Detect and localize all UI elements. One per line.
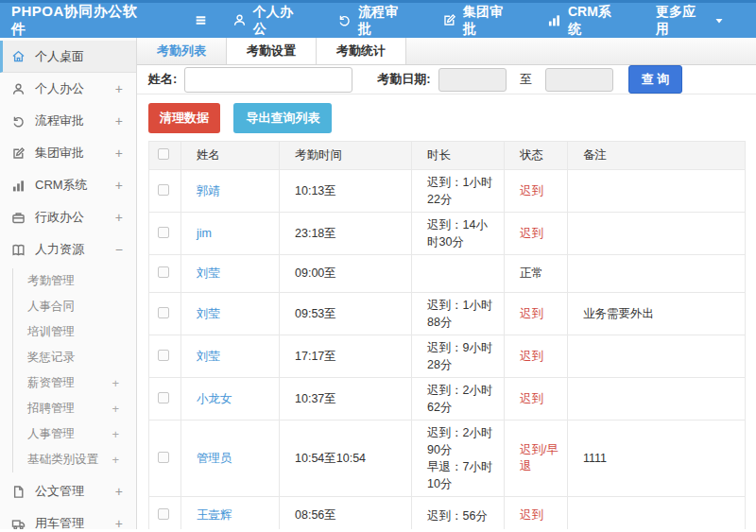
export-list-button[interactable]: 导出查询列表 — [233, 103, 332, 133]
sidebar-subitem-recruitment-mgmt[interactable]: 招聘管理+ — [13, 396, 136, 421]
employee-name-link[interactable]: 小龙女 — [197, 392, 232, 405]
employee-name-cell: 刘莹 — [181, 255, 280, 293]
sidebar-item-admin-office[interactable]: 行政办公+ — [0, 201, 136, 233]
sidebar-item-workflow-approval[interactable]: 流程审批+ — [0, 105, 136, 137]
topnav: 个人办公流程审批集团审批CRM系统更多应用 — [232, 4, 756, 38]
row-checkbox[interactable] — [158, 307, 169, 318]
table-row: 刘莹17:17至迟到：9小时28分迟到 — [149, 335, 746, 378]
col-header-name: 姓名 — [181, 142, 280, 170]
expand-plus-icon: + — [112, 427, 119, 441]
expand-plus-icon: + — [115, 516, 123, 529]
sidebar-subitem-attendance-mgmt[interactable]: 考勤管理 — [13, 268, 136, 294]
employee-name-link[interactable]: jim — [197, 227, 212, 240]
row-checkbox[interactable] — [158, 392, 169, 403]
user-icon — [11, 82, 26, 96]
sidebar-item-label: 人力资源 — [35, 241, 115, 258]
topnav-item-group-approval[interactable]: 集团审批 — [442, 4, 515, 38]
table-row: 小龙女10:37至迟到：2小时62分迟到 — [149, 378, 746, 420]
status-cell: 迟到/早退 — [505, 420, 568, 497]
select-all-checkbox[interactable] — [158, 148, 169, 160]
duration-line: 迟到：1小时88分 — [427, 297, 496, 331]
duration-line: 迟到：2小时62分 — [427, 382, 496, 416]
employee-name-link[interactable]: 刘莹 — [197, 266, 220, 280]
employee-name-link[interactable]: 刘莹 — [197, 350, 220, 363]
note-cell — [568, 213, 746, 255]
tab-attendance-stats[interactable]: 考勤统计 — [317, 38, 406, 64]
duration-line: 迟到：9小时28分 — [427, 339, 496, 373]
table-row: 郭靖10:13至迟到：1小时22分迟到 — [149, 170, 746, 213]
row-checkbox[interactable] — [158, 266, 169, 278]
row-checkbox[interactable] — [158, 227, 169, 238]
sidebar-item-label: 行政办公 — [35, 209, 115, 226]
duration-line: 早退：7小时10分 — [427, 458, 496, 492]
sidebar-item-vehicle-mgmt[interactable]: 用车管理+ — [0, 507, 136, 529]
topnav-item-workflow-approval[interactable]: 流程审批 — [337, 4, 410, 38]
date-to-input[interactable] — [545, 68, 613, 92]
tab-attendance-list[interactable]: 考勤列表 — [137, 38, 227, 64]
sidebar-item-document-mgmt[interactable]: 公文管理+ — [0, 475, 136, 507]
briefcase-icon — [11, 211, 26, 225]
row-checkbox[interactable] — [158, 508, 169, 520]
action-bar: 清理数据 导出查询列表 — [137, 94, 756, 141]
sidebar-item-personal-desktop[interactable]: 个人桌面 — [0, 41, 136, 73]
tab-attendance-settings[interactable]: 考勤设置 — [227, 38, 317, 64]
duration-cell: 迟到：9小时28分 — [412, 335, 505, 378]
row-checkbox[interactable] — [158, 452, 169, 463]
topnav-item-personal-office[interactable]: 个人办公 — [232, 4, 305, 38]
sidebar-subitem-personnel-mgmt[interactable]: 人事管理+ — [13, 421, 136, 447]
sidebar-item-group-approval[interactable]: 集团审批+ — [0, 137, 136, 169]
duration-line: 迟到：14小时30分 — [427, 216, 496, 250]
topnav-item-label: 更多应用 — [656, 4, 708, 38]
sidebar-subitem-label: 人事管理 — [27, 426, 112, 442]
user-icon — [232, 13, 247, 27]
sidebar-subitem-base-category-settings[interactable]: 基础类别设置+ — [13, 447, 136, 472]
row-checkbox[interactable] — [158, 184, 169, 196]
topnav-item-crm-system[interactable]: CRM系统 — [547, 4, 624, 38]
sidebar-subitem-reward-punishment-records[interactable]: 奖惩记录 — [13, 345, 136, 370]
duration-cell: 迟到：1小时88分 — [412, 293, 505, 335]
row-checkbox-cell — [149, 293, 181, 335]
topnav-item-more-apps[interactable]: 更多应用 — [656, 4, 724, 38]
sidebar-item-label: 个人办公 — [35, 80, 115, 97]
col-header-note: 备注 — [568, 142, 746, 170]
clear-data-button[interactable]: 清理数据 — [148, 103, 220, 133]
employee-name-link[interactable]: 王壹辉 — [197, 508, 232, 522]
name-input[interactable] — [184, 67, 352, 93]
employee-name-link[interactable]: 刘莹 — [197, 307, 220, 320]
topnav-item-label: 集团审批 — [463, 4, 515, 38]
sidebar-subitem-label: 考勤管理 — [27, 273, 119, 289]
sidebar-item-human-resources[interactable]: 人力资源− — [0, 233, 136, 266]
sidebar-toggle-button[interactable] — [194, 13, 208, 27]
sidebar-item-personal-office[interactable]: 个人办公+ — [0, 73, 136, 105]
sidebar-item-label: 个人桌面 — [35, 48, 123, 65]
note-cell — [568, 335, 746, 378]
date-from-input[interactable] — [438, 68, 507, 92]
sidebar-item-crm-system[interactable]: CRM系统+ — [0, 169, 136, 201]
sidebar-subitem-salary-mgmt[interactable]: 薪资管理+ — [13, 370, 136, 396]
query-button[interactable]: 查 询 — [628, 65, 683, 94]
chart-icon — [11, 179, 26, 193]
attendance-time-cell: 23:18至 — [280, 213, 412, 255]
attendance-table: 姓名 考勤时间 时长 状态 备注 郭靖10:13至迟到：1小时22分迟到jim2… — [148, 141, 746, 529]
employee-name-link[interactable]: 郭靖 — [197, 184, 220, 197]
sidebar-subitem-personnel-contract[interactable]: 人事合同 — [13, 294, 136, 319]
employee-name-cell: 郭靖 — [181, 170, 280, 213]
status-cell: 迟到 — [505, 170, 568, 213]
app-header: PHPOA协同办公软件 个人办公流程审批集团审批CRM系统更多应用 — [0, 0, 756, 38]
sidebar-subitem-label: 培训管理 — [27, 324, 119, 340]
table-header-row: 姓名 考勤时间 时长 状态 备注 — [149, 142, 746, 170]
sidebar-item-label: 集团审批 — [35, 145, 115, 162]
col-header-status: 状态 — [505, 142, 568, 170]
sidebar-subitem-training-mgmt[interactable]: 培训管理 — [13, 319, 136, 345]
sidebar-subitem-label: 薪资管理 — [27, 375, 112, 391]
expand-plus-icon: + — [115, 178, 123, 193]
edit-icon — [442, 13, 456, 27]
topnav-item-label: 个人办公 — [253, 4, 305, 38]
collapse-minus-icon: − — [115, 242, 123, 257]
employee-name-link[interactable]: 管理员 — [197, 452, 232, 465]
sidebar-item-label: 用车管理 — [35, 515, 115, 529]
undo-icon — [337, 13, 352, 27]
employee-name-cell: 刘莹 — [181, 335, 280, 378]
row-checkbox[interactable] — [158, 350, 169, 361]
duration-cell: 迟到：56分 — [412, 497, 505, 530]
